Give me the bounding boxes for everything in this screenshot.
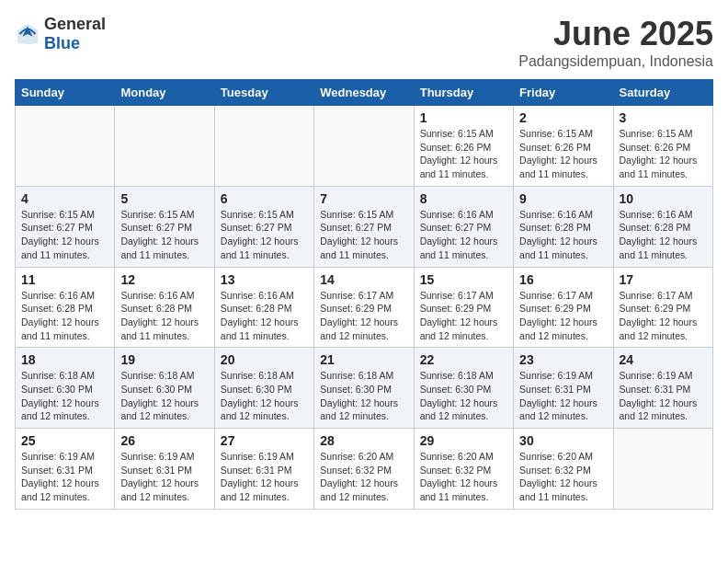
day-number: 23 <box>519 352 607 367</box>
table-row: 21Sunrise: 6:18 AMSunset: 6:30 PMDayligh… <box>314 348 414 429</box>
table-row: 29Sunrise: 6:20 AMSunset: 6:32 PMDayligh… <box>414 429 513 510</box>
day-number: 3 <box>620 110 707 125</box>
table-row: 27Sunrise: 6:19 AMSunset: 6:31 PMDayligh… <box>214 429 313 510</box>
table-row <box>214 106 313 187</box>
day-number: 18 <box>21 352 108 367</box>
day-info: Sunrise: 6:20 AMSunset: 6:32 PMDaylight:… <box>519 450 607 504</box>
day-info: Sunrise: 6:18 AMSunset: 6:30 PMDaylight:… <box>221 369 308 423</box>
day-info: Sunrise: 6:15 AMSunset: 6:27 PMDaylight:… <box>120 208 208 262</box>
day-info: Sunrise: 6:15 AMSunset: 6:26 PMDaylight:… <box>420 127 507 181</box>
day-number: 13 <box>221 272 308 287</box>
table-row: 2Sunrise: 6:15 AMSunset: 6:26 PMDaylight… <box>514 106 613 187</box>
table-row: 17Sunrise: 6:17 AMSunset: 6:29 PMDayligh… <box>613 267 712 348</box>
table-row: 1Sunrise: 6:15 AMSunset: 6:26 PMDaylight… <box>414 106 513 187</box>
day-number: 24 <box>620 352 707 367</box>
table-row: 5Sunrise: 6:15 AMSunset: 6:27 PMDaylight… <box>115 186 214 267</box>
day-info: Sunrise: 6:17 AMSunset: 6:29 PMDaylight:… <box>320 289 407 343</box>
day-number: 8 <box>420 191 507 206</box>
day-number: 27 <box>221 433 308 448</box>
table-row: 15Sunrise: 6:17 AMSunset: 6:29 PMDayligh… <box>414 267 513 348</box>
day-number: 14 <box>320 272 407 287</box>
table-row: 10Sunrise: 6:16 AMSunset: 6:28 PMDayligh… <box>613 186 712 267</box>
col-friday: Friday <box>514 80 613 106</box>
day-number: 19 <box>120 352 208 367</box>
day-info: Sunrise: 6:15 AMSunset: 6:26 PMDaylight:… <box>519 127 607 181</box>
table-row: 8Sunrise: 6:16 AMSunset: 6:27 PMDaylight… <box>414 186 513 267</box>
day-number: 20 <box>221 352 308 367</box>
calendar-table: Sunday Monday Tuesday Wednesday Thursday… <box>15 79 713 510</box>
table-row: 4Sunrise: 6:15 AMSunset: 6:27 PMDaylight… <box>16 186 115 267</box>
day-number: 6 <box>221 191 308 206</box>
day-info: Sunrise: 6:15 AMSunset: 6:26 PMDaylight:… <box>620 127 707 181</box>
day-info: Sunrise: 6:19 AMSunset: 6:31 PMDaylight:… <box>221 450 308 504</box>
day-number: 12 <box>120 272 208 287</box>
day-info: Sunrise: 6:16 AMSunset: 6:28 PMDaylight:… <box>519 208 607 262</box>
day-info: Sunrise: 6:20 AMSunset: 6:32 PMDaylight:… <box>320 450 407 504</box>
day-number: 26 <box>120 433 208 448</box>
table-row: 23Sunrise: 6:19 AMSunset: 6:31 PMDayligh… <box>514 348 613 429</box>
col-sunday: Sunday <box>16 80 115 106</box>
day-number: 30 <box>519 433 607 448</box>
table-row: 25Sunrise: 6:19 AMSunset: 6:31 PMDayligh… <box>16 429 115 510</box>
col-thursday: Thursday <box>414 80 513 106</box>
calendar-title: June 2025 <box>518 15 713 53</box>
day-number: 25 <box>21 433 108 448</box>
day-number: 17 <box>620 272 707 287</box>
day-number: 1 <box>420 110 507 125</box>
table-row: 24Sunrise: 6:19 AMSunset: 6:31 PMDayligh… <box>613 348 712 429</box>
day-number: 28 <box>320 433 407 448</box>
day-number: 22 <box>420 352 507 367</box>
day-info: Sunrise: 6:19 AMSunset: 6:31 PMDaylight:… <box>519 369 607 423</box>
table-row: 28Sunrise: 6:20 AMSunset: 6:32 PMDayligh… <box>314 429 414 510</box>
header: General Blue June 2025 Padangsidempuan, … <box>15 15 713 70</box>
day-info: Sunrise: 6:16 AMSunset: 6:28 PMDaylight:… <box>620 208 707 262</box>
day-number: 16 <box>519 272 607 287</box>
table-row: 12Sunrise: 6:16 AMSunset: 6:28 PMDayligh… <box>115 267 214 348</box>
day-info: Sunrise: 6:19 AMSunset: 6:31 PMDaylight:… <box>21 450 108 504</box>
day-info: Sunrise: 6:17 AMSunset: 6:29 PMDaylight:… <box>620 289 707 343</box>
day-info: Sunrise: 6:18 AMSunset: 6:30 PMDaylight:… <box>21 369 108 423</box>
table-row: 19Sunrise: 6:18 AMSunset: 6:30 PMDayligh… <box>115 348 214 429</box>
day-number: 2 <box>519 110 607 125</box>
day-number: 11 <box>21 272 108 287</box>
col-tuesday: Tuesday <box>214 80 313 106</box>
table-row: 7Sunrise: 6:15 AMSunset: 6:27 PMDaylight… <box>314 186 414 267</box>
table-row: 11Sunrise: 6:16 AMSunset: 6:28 PMDayligh… <box>16 267 115 348</box>
day-number: 7 <box>320 191 407 206</box>
table-row: 26Sunrise: 6:19 AMSunset: 6:31 PMDayligh… <box>115 429 214 510</box>
day-info: Sunrise: 6:16 AMSunset: 6:28 PMDaylight:… <box>120 289 208 343</box>
col-saturday: Saturday <box>613 80 712 106</box>
calendar-header-row: Sunday Monday Tuesday Wednesday Thursday… <box>16 80 713 106</box>
day-info: Sunrise: 6:19 AMSunset: 6:31 PMDaylight:… <box>620 369 707 423</box>
day-number: 15 <box>420 272 507 287</box>
calendar-week-row: 11Sunrise: 6:16 AMSunset: 6:28 PMDayligh… <box>16 267 713 348</box>
calendar-subtitle: Padangsidempuan, Indonesia <box>518 53 713 70</box>
table-row: 22Sunrise: 6:18 AMSunset: 6:30 PMDayligh… <box>414 348 513 429</box>
table-row: 9Sunrise: 6:16 AMSunset: 6:28 PMDaylight… <box>514 186 613 267</box>
table-row: 6Sunrise: 6:15 AMSunset: 6:27 PMDaylight… <box>214 186 313 267</box>
day-number: 21 <box>320 352 407 367</box>
calendar-week-row: 18Sunrise: 6:18 AMSunset: 6:30 PMDayligh… <box>16 348 713 429</box>
table-row <box>314 106 414 187</box>
day-info: Sunrise: 6:18 AMSunset: 6:30 PMDaylight:… <box>420 369 507 423</box>
day-number: 4 <box>21 191 108 206</box>
table-row <box>16 106 115 187</box>
day-info: Sunrise: 6:19 AMSunset: 6:31 PMDaylight:… <box>120 450 208 504</box>
calendar-week-row: 1Sunrise: 6:15 AMSunset: 6:26 PMDaylight… <box>16 106 713 187</box>
logo-text: General Blue <box>44 15 106 53</box>
day-info: Sunrise: 6:16 AMSunset: 6:28 PMDaylight:… <box>221 289 308 343</box>
calendar-week-row: 4Sunrise: 6:15 AMSunset: 6:27 PMDaylight… <box>16 186 713 267</box>
col-monday: Monday <box>115 80 214 106</box>
table-row: 18Sunrise: 6:18 AMSunset: 6:30 PMDayligh… <box>16 348 115 429</box>
day-info: Sunrise: 6:17 AMSunset: 6:29 PMDaylight:… <box>420 289 507 343</box>
day-info: Sunrise: 6:16 AMSunset: 6:27 PMDaylight:… <box>420 208 507 262</box>
day-info: Sunrise: 6:20 AMSunset: 6:32 PMDaylight:… <box>420 450 507 504</box>
day-number: 5 <box>120 191 208 206</box>
title-area: June 2025 Padangsidempuan, Indonesia <box>518 15 713 70</box>
table-row: 14Sunrise: 6:17 AMSunset: 6:29 PMDayligh… <box>314 267 414 348</box>
day-info: Sunrise: 6:18 AMSunset: 6:30 PMDaylight:… <box>120 369 208 423</box>
table-row: 3Sunrise: 6:15 AMSunset: 6:26 PMDaylight… <box>613 106 712 187</box>
day-number: 10 <box>620 191 707 206</box>
day-number: 29 <box>420 433 507 448</box>
table-row <box>613 429 712 510</box>
